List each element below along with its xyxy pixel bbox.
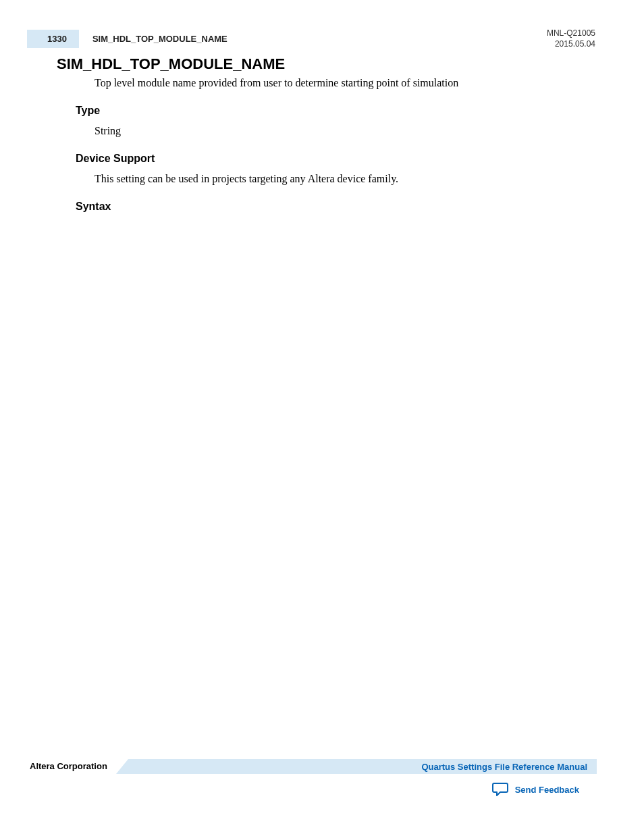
running-title: SIM_HDL_TOP_MODULE_NAME [92, 30, 227, 44]
section-body-type: String [95, 124, 590, 138]
page-header: 1330 SIM_HDL_TOP_MODULE_NAME [27, 30, 597, 48]
description: Top level module name provided from user… [95, 76, 590, 90]
footer-manual-bar: Quartus Settings File Reference Manual [116, 759, 597, 774]
doc-date: 2015.05.04 [547, 39, 595, 50]
section-heading-type: Type [76, 105, 100, 117]
page-footer: Altera Corporation Quartus Settings File… [27, 759, 597, 774]
send-feedback-link[interactable]: Send Feedback [492, 782, 579, 797]
doc-id: MNL-Q21005 [547, 28, 595, 39]
section-body-device-support: This setting can be used in projects tar… [95, 172, 590, 186]
page-number: 1330 [27, 30, 79, 48]
send-feedback-label: Send Feedback [515, 785, 579, 795]
footer-company: Altera Corporation [30, 761, 107, 771]
section-heading-syntax: Syntax [76, 201, 111, 213]
page-title: SIM_HDL_TOP_MODULE_NAME [57, 55, 285, 73]
section-heading-device-support: Device Support [76, 153, 155, 165]
speech-bubble-icon [492, 782, 510, 797]
doc-meta: MNL-Q21005 2015.05.04 [547, 28, 595, 49]
footer-manual-link[interactable]: Quartus Settings File Reference Manual [421, 762, 587, 772]
